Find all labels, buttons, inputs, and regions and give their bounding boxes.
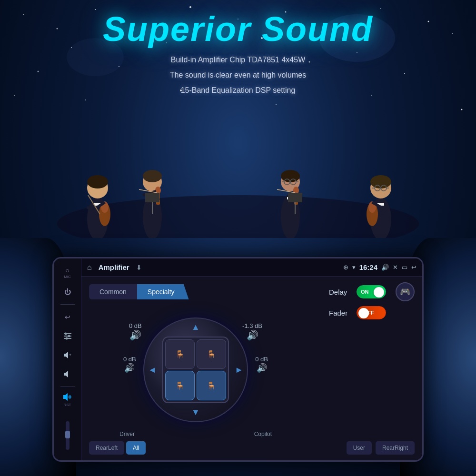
sidebar-divider-2 xyxy=(60,387,75,387)
svg-marker-86 xyxy=(63,393,68,401)
delay-toggle[interactable]: ON xyxy=(357,285,386,298)
usb-icon: ⬇ xyxy=(136,264,142,271)
main-title: Superior Sound xyxy=(0,10,476,49)
sidebar-item-back[interactable]: ↩ xyxy=(57,308,78,326)
sidebar-divider-1 xyxy=(60,304,75,305)
copilot-label: Copilot xyxy=(254,431,272,437)
volume-icon: 🔊 xyxy=(381,264,389,271)
tab-row: Common Specialty xyxy=(89,284,189,299)
seat-rear-right: 🪑 xyxy=(197,371,226,400)
device-frame: ○ MIC ⏻ ↩ + xyxy=(52,257,424,462)
svg-point-40 xyxy=(143,170,162,182)
delay-toggle-text: ON xyxy=(361,289,369,295)
home-button[interactable]: ⌂ xyxy=(87,263,92,272)
left-panel: 0 dB 🔊 -1.3 dB 🔊 0 dB 🔊 xyxy=(89,315,302,455)
arrow-left[interactable]: ◄ xyxy=(148,365,157,375)
subtitle-line-1: Build-in Amplifier Chip TDA7851 4x45W xyxy=(171,56,306,64)
seat-rear-left: 🪑 xyxy=(165,371,195,400)
seat-front-left: 🪑 xyxy=(165,339,195,369)
svg-point-81 xyxy=(68,335,70,337)
subtitle-line-2: The sound is clear even at high volumes xyxy=(170,71,306,79)
all-button[interactable]: All xyxy=(126,441,146,455)
arrow-up[interactable]: ▲ xyxy=(191,322,200,332)
delay-toggle-thumb xyxy=(374,287,384,298)
user-button[interactable]: User xyxy=(347,441,372,455)
fader-toggle-text: OFF xyxy=(364,310,374,316)
main-grid: 0 dB 🔊 -1.3 dB 🔊 0 dB 🔊 xyxy=(89,315,415,455)
mic-label: MIC xyxy=(64,275,71,279)
arrow-right[interactable]: ► xyxy=(235,365,243,375)
sidebar-item-vol-up[interactable]: + xyxy=(57,347,78,364)
wifi-icon: ▾ xyxy=(352,264,356,271)
speaker-icon-mr: 🔊 xyxy=(257,363,267,373)
mic-icon: ○ xyxy=(65,267,69,274)
speaker-area: 0 dB 🔊 -1.3 dB 🔊 0 dB 🔊 xyxy=(89,315,302,425)
position-labels: Driver Copilot xyxy=(89,431,302,437)
delay-control-row: Delay ON xyxy=(329,285,386,298)
orchestra-illustration xyxy=(38,129,438,238)
topbar: ⌂ Amplifier ⬇ ⊕ ▾ 16:24 🔊 ✕ ▭ ↩ xyxy=(81,258,422,277)
sidebar: ○ MIC ⏻ ↩ + xyxy=(54,258,81,460)
vol-up-icon: + xyxy=(62,350,73,360)
svg-marker-83 xyxy=(64,352,68,358)
eq-icon xyxy=(62,331,73,341)
back-nav-icon[interactable]: ↩ xyxy=(411,264,416,271)
gamepad-button[interactable]: 🎮 xyxy=(396,282,415,301)
speaker-dial[interactable]: ▲ ▼ ◄ ► 🪑 🪑 🪑 🪑 xyxy=(143,317,248,422)
speaker-icon-tl: 🔊 xyxy=(129,329,141,341)
rear-right-button[interactable]: RearRight xyxy=(376,441,415,455)
subtitle: Build-in Amplifier Chip TDA7851 4x45W Th… xyxy=(0,52,476,98)
db-mid-right: 0 dB xyxy=(255,356,268,363)
sidebar-slider-thumb[interactable] xyxy=(65,431,70,438)
location-icon: ⊕ xyxy=(343,264,348,271)
tab-specialty[interactable]: Specialty xyxy=(137,284,189,299)
fader-toggle[interactable]: OFF xyxy=(357,306,386,319)
driver-label: Driver xyxy=(119,431,135,437)
screen: ⌂ Amplifier ⬇ ⊕ ▾ 16:24 🔊 ✕ ▭ ↩ Common S… xyxy=(81,258,422,460)
delay-label: Delay xyxy=(329,288,353,296)
svg-point-31 xyxy=(87,175,108,188)
seat-front-right: 🪑 xyxy=(197,339,226,369)
svg-point-28 xyxy=(57,195,419,238)
power-icon: ⏻ xyxy=(64,288,71,296)
rst-icon xyxy=(62,392,73,402)
gamepad-icon: 🎮 xyxy=(400,287,410,297)
speaker-icon-tr: 🔊 xyxy=(247,329,258,341)
user-buttons: User RearRight xyxy=(310,441,415,455)
right-panel: User RearRight xyxy=(310,315,415,455)
sidebar-item-vol-down[interactable] xyxy=(57,366,78,383)
db-top-right: -1.3 dB xyxy=(242,322,262,329)
rst-label: RST xyxy=(64,403,71,407)
close-icon[interactable]: ✕ xyxy=(393,264,398,271)
vol-down-icon xyxy=(62,369,73,379)
svg-point-62 xyxy=(370,175,391,188)
sidebar-item-rst[interactable]: RST xyxy=(57,391,78,408)
back-icon: ↩ xyxy=(65,313,70,321)
sidebar-item-eq[interactable] xyxy=(57,327,78,345)
svg-text:+: + xyxy=(69,353,71,357)
content-area: Common Specialty Delay ON 🎮 xyxy=(81,277,422,460)
tab-common[interactable]: Common xyxy=(89,284,137,299)
title-section: Superior Sound Build-in Amplifier Chip T… xyxy=(0,10,476,98)
sidebar-slider[interactable] xyxy=(66,421,69,450)
svg-rect-74 xyxy=(145,193,159,202)
seat-grid: 🪑 🪑 🪑 🪑 xyxy=(162,337,229,403)
svg-marker-85 xyxy=(64,371,68,377)
sidebar-item-mic[interactable]: ○ MIC xyxy=(57,264,78,281)
db-mid-left: 0 dB xyxy=(123,356,136,363)
arrow-down[interactable]: ▼ xyxy=(191,407,200,417)
svg-rect-76 xyxy=(288,193,302,202)
subtitle-line-3: 15-Band Equalization DSP setting xyxy=(181,86,296,94)
app-title: Amplifier xyxy=(99,263,129,271)
sidebar-item-power[interactable]: ⏻ xyxy=(57,283,78,300)
speaker-icon-ml: 🔊 xyxy=(124,363,135,373)
rear-left-button[interactable]: RearLeft xyxy=(89,441,124,455)
window-icon[interactable]: ▭ xyxy=(402,264,407,271)
svg-point-80 xyxy=(64,333,67,335)
db-top-left: 0 dB xyxy=(129,322,142,329)
time-display: 16:24 xyxy=(359,263,377,271)
status-bar: ⊕ ▾ 16:24 🔊 ✕ ▭ ↩ xyxy=(343,263,416,271)
bottom-buttons: RearLeft All xyxy=(89,441,302,455)
svg-point-82 xyxy=(65,337,68,340)
